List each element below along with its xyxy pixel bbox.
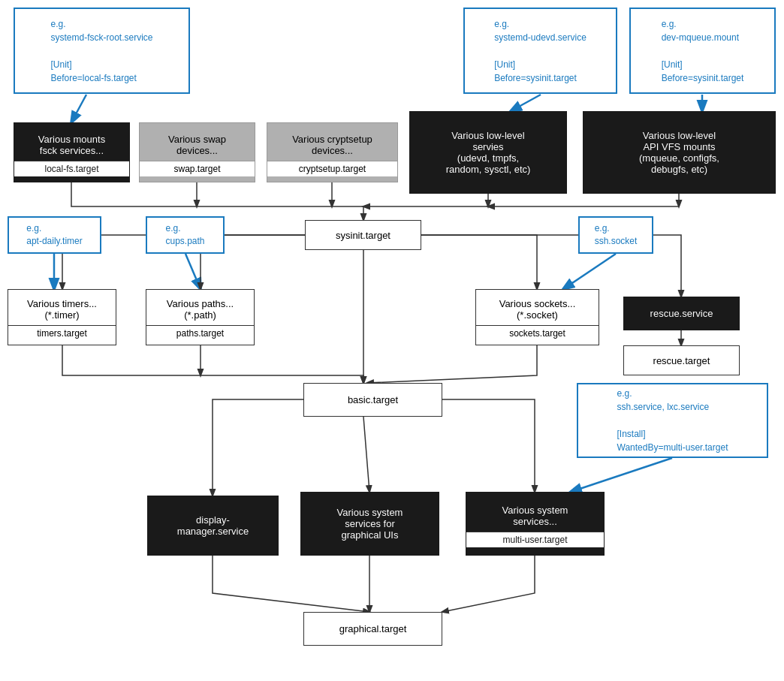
eg-cups-box: e.g.cups.path: [146, 216, 225, 254]
low-level1-box: Various low-levelservies(udevd, tmpfs,ra…: [409, 111, 567, 194]
multi-user-label: multi-user.target: [466, 532, 604, 547]
eg-apt-text: e.g.apt-daily.timer: [26, 222, 82, 248]
rescue-service-label: rescue.service: [650, 308, 713, 319]
graphical-target-label: graphical.target: [339, 623, 407, 634]
low-level2-box: Various low-levelAPI VFS mounts(mqueue, …: [583, 111, 776, 194]
eg-ssh-service-box: e.g. ssh.service, lxc.service [Install] …: [577, 383, 768, 458]
sockets-box: Various sockets...(*.socket) sockets.tar…: [475, 289, 599, 345]
graphical-services-box: Various systemservices forgraphical UIs: [300, 492, 439, 556]
paths-top: Various paths...(*.path): [162, 294, 238, 325]
svg-line-1: [511, 95, 541, 111]
timers-box: Various timers...(*.timer) timers.target: [8, 289, 116, 345]
display-manager-box: display-manager.service: [147, 496, 279, 556]
svg-line-11: [563, 254, 616, 289]
timers-label: timers.target: [8, 325, 116, 341]
local-fs-label: local-fs.target: [14, 161, 129, 176]
eg-apt-box: e.g.apt-daily.timer: [8, 216, 101, 254]
diagram: e.g. systemd-fsck-root.service [Unit] Be…: [0, 0, 784, 681]
paths-label: paths.target: [146, 325, 254, 341]
cryptsetup-top: Various cryptsetupdevices...: [288, 129, 377, 161]
multi-user-box: Various systemservices... multi-user.tar…: [466, 492, 605, 556]
timers-top: Various timers...(*.timer): [23, 294, 101, 325]
eg-ssh-socket-box: e.g.ssh.socket: [578, 216, 653, 254]
eg2-box: e.g. systemd-udevd.service [Unit] Before…: [463, 8, 617, 94]
eg-cups-text: e.g.cups.path: [165, 222, 204, 248]
swap-label: swap.target: [140, 161, 255, 176]
rescue-target-box: rescue.target: [623, 345, 740, 375]
cryptsetup-label: cryptsetup.target: [267, 161, 397, 176]
basic-target-label: basic.target: [348, 394, 398, 405]
eg-ssh-service-text: e.g. ssh.service, lxc.service [Install] …: [617, 387, 728, 454]
sockets-top: Various sockets...(*.socket): [495, 294, 580, 325]
paths-box: Various paths...(*.path) paths.target: [146, 289, 255, 345]
eg3-box: e.g. dev-mqueue.mount [Unit] Before=sysi…: [629, 8, 776, 94]
graphical-target-box: graphical.target: [303, 612, 442, 646]
cryptsetup-box: Various cryptsetupdevices... cryptsetup.…: [267, 122, 398, 182]
local-fs-top: Various mountsfsck services...: [34, 129, 110, 161]
basic-target-box: basic.target: [303, 383, 442, 417]
sockets-label: sockets.target: [476, 325, 599, 341]
display-manager-label: display-manager.service: [171, 508, 255, 543]
low-level2-top: Various low-levelAPI VFS mounts(mqueue, …: [635, 125, 724, 179]
eg3-text: e.g. dev-mqueue.mount [Unit] Before=sysi…: [662, 17, 744, 85]
eg1-box: e.g. systemd-fsck-root.service [Unit] Be…: [14, 8, 190, 94]
swap-box: Various swapdevices... swap.target: [139, 122, 255, 182]
rescue-target-label: rescue.target: [653, 355, 710, 366]
svg-line-0: [71, 95, 86, 122]
sysinit-box: sysinit.target: [305, 220, 421, 250]
eg-ssh-socket-text: e.g.ssh.socket: [595, 222, 638, 248]
local-fs-box: Various mountsfsck services... local-fs.…: [14, 122, 130, 182]
graphical-services-label: Various systemservices forgraphical UIs: [331, 501, 409, 547]
sysinit-label: sysinit.target: [336, 230, 390, 241]
eg2-text: e.g. systemd-udevd.service [Unit] Before…: [494, 17, 586, 85]
multi-user-top: Various systemservices...: [498, 500, 573, 532]
rescue-service-box: rescue.service: [623, 297, 740, 330]
eg1-text: e.g. systemd-fsck-root.service [Unit] Be…: [50, 17, 152, 85]
svg-line-10: [185, 254, 201, 289]
low-level1-top: Various low-levelservies(udevd, tmpfs,ra…: [442, 125, 535, 179]
svg-line-15: [571, 458, 672, 492]
swap-top: Various swapdevices...: [164, 129, 231, 161]
